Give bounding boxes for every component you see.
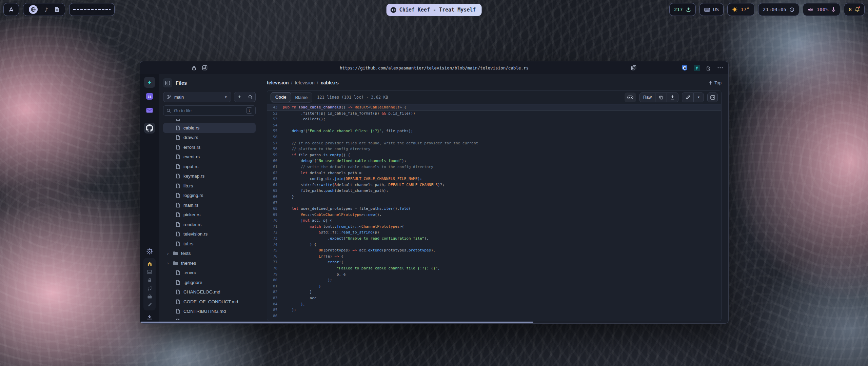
edit-dropdown-button[interactable]: ▼ (693, 93, 704, 102)
tree-file-row[interactable]: draw.rs (163, 133, 256, 143)
edit-pencil-button[interactable] (682, 93, 693, 102)
line-number[interactable]: 83 (267, 295, 283, 301)
line-number[interactable]: 82 (267, 289, 283, 295)
tree-folder-row[interactable]: ›themes (163, 258, 256, 268)
horizontal-scrollbar[interactable] (141, 322, 533, 323)
clock-module[interactable]: 21:04:05 (758, 3, 800, 16)
line-number[interactable]: 79 (267, 271, 283, 278)
pinned-tab-mail[interactable] (144, 105, 155, 116)
line-number[interactable]: 64 (267, 182, 283, 188)
line-number[interactable]: 61 (267, 164, 283, 170)
audio-module[interactable]: 100% (803, 3, 840, 16)
go-to-file-box[interactable]: t (163, 105, 256, 116)
line-number[interactable]: 76 (267, 253, 283, 260)
puzzle-icon[interactable] (706, 65, 712, 71)
tree-file-row[interactable]: input.rs (163, 162, 256, 171)
copy-raw-button[interactable] (655, 93, 667, 102)
line-number[interactable]: 54 (267, 122, 283, 128)
raw-button[interactable]: Raw (640, 93, 655, 102)
symbols-panel-button[interactable] (707, 93, 718, 102)
line-number[interactable]: 75 (267, 247, 283, 253)
lock-icon[interactable] (192, 65, 196, 70)
password-manager-icon[interactable] (682, 65, 688, 71)
tab-code[interactable]: Code (271, 92, 291, 102)
tree-file-row[interactable] (163, 119, 256, 122)
dock-browser-button[interactable] (29, 5, 38, 14)
line-number[interactable]: 70 (267, 218, 283, 224)
line-number[interactable]: 57 (267, 140, 283, 146)
downloads-icon[interactable] (147, 315, 153, 320)
line-number[interactable]: 62 (267, 170, 283, 176)
line-number[interactable]: 53 (267, 116, 283, 122)
line-number[interactable]: 74 (267, 242, 283, 248)
cog-eye-icon[interactable] (146, 248, 153, 255)
pen-workspace-icon[interactable] (147, 303, 152, 307)
line-number[interactable]: 52 (267, 110, 283, 117)
line-number[interactable]: 80 (267, 277, 283, 283)
keyboard-layout-module[interactable]: US (699, 3, 724, 16)
line-number[interactable]: 60 (267, 158, 283, 164)
line-number[interactable]: 71 (267, 224, 283, 230)
line-number[interactable]: 86 (267, 313, 283, 319)
tree-file-row[interactable]: main.rs (163, 200, 256, 210)
dock-music-button[interactable]: ♪ (44, 6, 48, 13)
laptop-workspace-icon[interactable] (147, 270, 152, 274)
menu-dots-icon[interactable] (717, 67, 723, 68)
music-workspace-icon[interactable] (147, 286, 152, 291)
search-tree-button[interactable] (245, 92, 255, 102)
line-number[interactable]: 59 (267, 152, 283, 158)
weather-module[interactable]: 17° (727, 3, 754, 16)
line-number[interactable]: 84 (267, 301, 283, 307)
line-number[interactable]: 67 (267, 200, 283, 206)
line-number[interactable]: 78 (267, 265, 283, 271)
briefcase-workspace-icon[interactable] (147, 294, 152, 299)
line-number[interactable]: 85 (267, 307, 283, 313)
tab-blame[interactable]: Blame (291, 93, 312, 102)
app-launcher-button[interactable] (3, 3, 19, 16)
line-number[interactable]: 69 (267, 212, 283, 218)
tree-file-row[interactable]: CONTRIBUTING.md (163, 307, 256, 317)
tree-folder-row[interactable]: ›tests (163, 249, 256, 259)
line-number[interactable]: 72 (267, 229, 283, 236)
line-number[interactable]: 73 (267, 236, 283, 242)
tree-file-row[interactable]: CODE_OF_CONDUCT.md (163, 297, 256, 307)
line-number[interactable]: 77 (267, 259, 283, 265)
download-raw-button[interactable] (667, 93, 678, 102)
branch-selector[interactable]: main ▼ (163, 92, 231, 102)
tree-file-row[interactable]: render.rs (163, 220, 256, 229)
tab-github-active[interactable] (144, 123, 155, 134)
pinned-tab-bolt[interactable] (144, 77, 155, 88)
breadcrumb-dir-link[interactable]: television (295, 80, 314, 85)
tree-file-row[interactable]: .envrc (163, 268, 256, 278)
line-number[interactable]: 56 (267, 134, 283, 140)
copilot-button[interactable] (625, 93, 636, 102)
notifications-module[interactable]: 8 (844, 3, 865, 16)
line-number[interactable]: 68 (267, 206, 283, 212)
tree-file-row[interactable]: picker.rs (163, 210, 256, 220)
add-file-button[interactable]: + (234, 92, 245, 102)
url-bar[interactable]: https://github.com/alexpasmantier/televi… (340, 65, 529, 70)
tune-icon[interactable] (202, 65, 208, 70)
tree-file-row[interactable]: .gitignore (163, 278, 256, 287)
tree-file-row[interactable] (163, 316, 256, 320)
breadcrumb-repo-link[interactable]: television (267, 80, 289, 85)
bolt-extension-icon[interactable] (694, 65, 700, 71)
line-number[interactable]: 65 (267, 188, 283, 194)
tree-file-row[interactable]: tui.rs (163, 239, 256, 249)
tree-file-row[interactable]: CHANGELOG.md (163, 287, 256, 297)
collapse-sidebar-button[interactable] (163, 78, 172, 87)
pinned-tab-calendar[interactable]: 31 (144, 91, 155, 102)
line-number[interactable]: 63 (267, 176, 283, 182)
line-number[interactable]: 58 (267, 146, 283, 152)
tree-file-row[interactable]: keymap.rs (163, 171, 256, 181)
line-number[interactable]: 43 (267, 104, 283, 110)
updates-module[interactable]: 217 (669, 3, 696, 16)
bookmark-icon[interactable] (631, 65, 636, 70)
dock-notes-button[interactable] (55, 7, 59, 12)
tree-file-row[interactable]: errors.rs (163, 142, 256, 152)
line-number[interactable]: 55 (267, 128, 283, 134)
tree-file-row[interactable]: television.rs (163, 229, 256, 239)
go-to-file-input[interactable] (173, 108, 244, 114)
tree-file-row[interactable]: logging.rs (163, 191, 256, 201)
tree-file-row[interactable]: event.rs (163, 152, 256, 162)
